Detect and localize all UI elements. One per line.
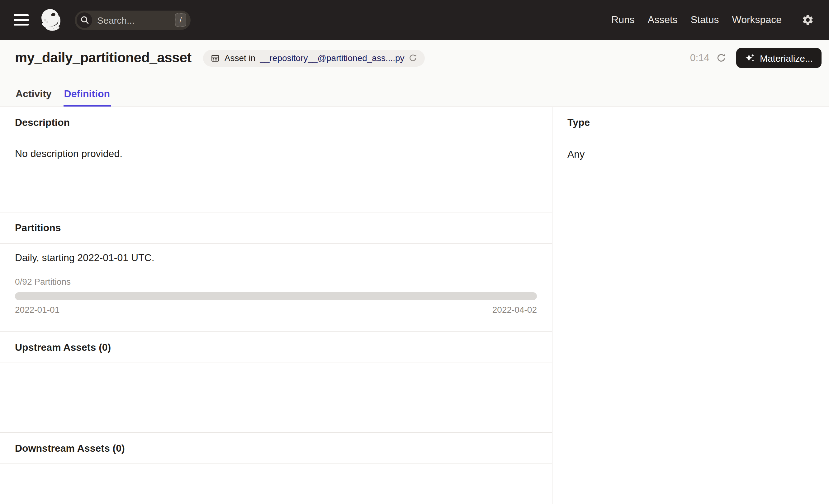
description-body: No description provided. — [0, 138, 552, 212]
partition-progress-bar — [15, 292, 537, 300]
nav-runs[interactable]: Runs — [611, 14, 635, 26]
gear-icon[interactable] — [802, 14, 814, 26]
partition-range-start: 2022-01-01 — [15, 304, 60, 315]
top-navigation: Runs Assets Status Workspace — [611, 14, 814, 26]
nav-assets[interactable]: Assets — [648, 14, 678, 26]
nav-workspace[interactable]: Workspace — [732, 14, 782, 26]
sparkles-icon — [745, 53, 755, 63]
top-bar: / Runs Assets Status Workspace — [0, 0, 829, 40]
right-column-filler — [552, 171, 829, 504]
description-heading: Description — [0, 107, 552, 138]
search-icon — [77, 12, 92, 28]
refresh-timer: 0:14 — [690, 52, 710, 64]
upstream-assets-heading: Upstream Assets (0) — [0, 332, 552, 363]
dagster-octopus-icon — [38, 7, 64, 33]
partitions-count: 0/92 Partitions — [15, 277, 537, 287]
tab-definition[interactable]: Definition — [64, 88, 111, 107]
partition-range-end: 2022-04-02 — [492, 304, 537, 315]
badge-refresh-icon[interactable] — [409, 53, 418, 62]
global-search[interactable]: / — [75, 10, 190, 30]
partitions-heading: Partitions — [0, 212, 552, 244]
downstream-assets-empty — [0, 464, 552, 504]
slash-key-hint: / — [175, 13, 186, 27]
materialize-label: Materialize... — [760, 52, 813, 63]
title-row: my_daily_partitioned_asset Asset in __re… — [15, 48, 822, 68]
dagster-logo-icon[interactable] — [38, 7, 64, 33]
upstream-assets-empty — [0, 363, 552, 433]
repo-grid-icon — [211, 53, 220, 63]
asset-in-label: Asset in — [224, 53, 256, 63]
refresh-icon[interactable] — [716, 53, 726, 63]
dagster-app: / Runs Assets Status Workspace my_daily_… — [0, 0, 829, 504]
tab-activity[interactable]: Activity — [15, 88, 52, 107]
partitions-definition-text: Daily, starting 2022-01-01 UTC. — [15, 252, 537, 263]
definition-left-column: Description No description provided. Par… — [0, 107, 552, 504]
repository-link[interactable]: __repository__@partitioned_ass....py — [260, 53, 404, 63]
partition-range: 2022-01-01 2022-04-02 — [15, 304, 537, 315]
definition-right-column: Type Any — [552, 107, 829, 504]
search-input[interactable] — [97, 15, 163, 25]
page-title: my_daily_partitioned_asset — [15, 50, 191, 66]
header-actions: 0:14 Materialize... — [690, 48, 822, 68]
asset-tabs: Activity Definition — [15, 88, 822, 107]
materialize-button[interactable]: Materialize... — [736, 48, 822, 68]
type-heading: Type — [552, 107, 829, 138]
definition-content: Description No description provided. Par… — [0, 107, 829, 504]
page-header: my_daily_partitioned_asset Asset in __re… — [0, 40, 829, 107]
asset-location-badge: Asset in __repository__@partitioned_ass.… — [203, 49, 425, 66]
menu-icon[interactable] — [14, 14, 29, 26]
partitions-body: Daily, starting 2022-01-01 UTC. 0/92 Par… — [0, 244, 552, 332]
downstream-assets-heading: Downstream Assets (0) — [0, 433, 552, 464]
type-value: Any — [552, 138, 829, 171]
nav-status[interactable]: Status — [691, 14, 719, 26]
